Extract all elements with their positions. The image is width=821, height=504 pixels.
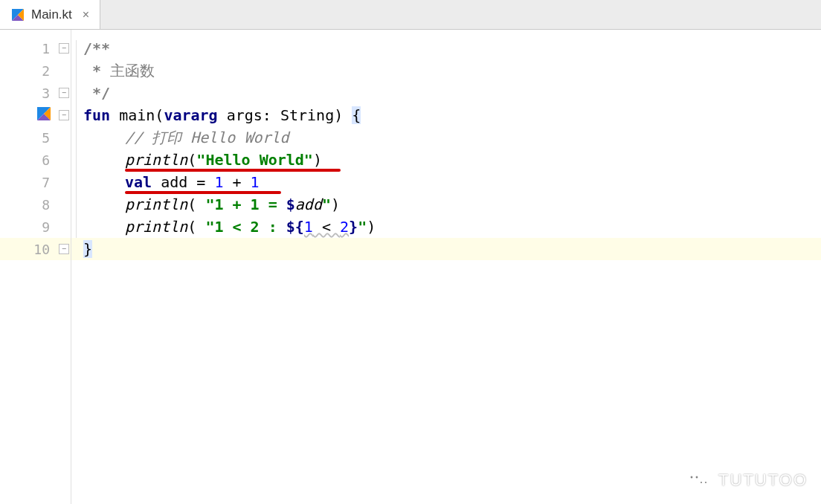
code-line[interactable]: fun main(vararg args: String) { xyxy=(71,104,821,126)
line-number: 9 xyxy=(0,216,71,238)
tab-bar: Main.kt × xyxy=(0,0,821,30)
tab-label: Main.kt xyxy=(31,7,72,22)
svg-point-10 xyxy=(701,482,702,483)
line-number: 7 xyxy=(0,171,71,193)
editor: 1 − 2 3 − 4 − 5 6 7 8 9 10 − /** xyxy=(0,30,821,504)
code-line[interactable]: /** xyxy=(71,37,821,59)
code-line[interactable]: */ xyxy=(71,82,821,104)
line-number: 3 − xyxy=(0,82,71,104)
line-number: 5 xyxy=(0,126,71,149)
svg-point-8 xyxy=(691,476,693,479)
line-number: 4 − xyxy=(0,104,71,126)
watermark-text: TUTUTOO xyxy=(718,471,808,490)
line-number: 8 xyxy=(0,193,71,216)
svg-point-9 xyxy=(696,476,698,479)
fold-open-icon[interactable]: − xyxy=(59,43,69,54)
code-line[interactable]: * 主函数 xyxy=(71,59,821,82)
watermark: TUTUTOO xyxy=(686,470,808,491)
close-icon[interactable]: × xyxy=(83,8,89,22)
wechat-icon xyxy=(686,470,711,491)
kotlin-run-icon[interactable] xyxy=(37,107,51,123)
code-line[interactable]: val add = 1 + 1 xyxy=(71,171,821,193)
kotlin-file-icon xyxy=(10,7,25,22)
file-tab-main-kt[interactable]: Main.kt × xyxy=(0,0,100,29)
line-number: 2 xyxy=(0,59,71,82)
fold-close-icon[interactable]: − xyxy=(59,244,69,254)
line-number: 1 − xyxy=(0,37,71,59)
code-line[interactable]: println( "1 + 1 = $add") xyxy=(71,193,821,216)
code-line[interactable]: println("Hello World") xyxy=(71,149,821,171)
fold-open-icon[interactable]: − xyxy=(59,110,69,120)
svg-point-7 xyxy=(697,477,710,489)
line-number: 6 xyxy=(0,149,71,171)
gutter: 1 − 2 3 − 4 − 5 6 7 8 9 10 − xyxy=(0,30,71,504)
fold-close-icon[interactable]: − xyxy=(59,88,69,98)
line-number: 10 − xyxy=(0,238,71,260)
code-line[interactable]: // 打印 Hello World xyxy=(71,126,821,149)
code-area[interactable]: /** * 主函数 */ fun main(vararg args: Strin… xyxy=(71,30,821,504)
code-line[interactable]: println( "1 < 2 : ${1 < 2}") xyxy=(71,216,821,238)
svg-point-11 xyxy=(705,482,706,483)
code-line[interactable]: } xyxy=(71,238,821,260)
